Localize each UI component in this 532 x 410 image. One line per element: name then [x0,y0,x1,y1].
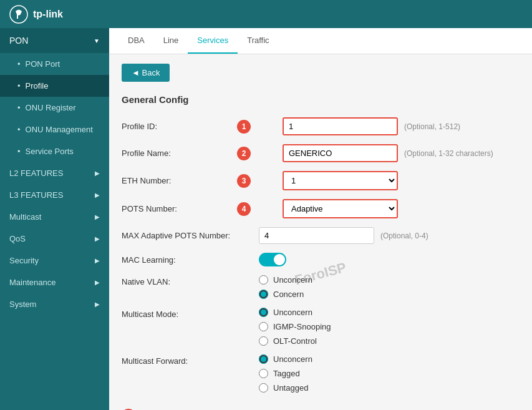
sidebar: PON ▼ PON Port Profile ONU Register ONU … [0,28,109,410]
sidebar-pon-label: PON [9,36,28,46]
sidebar-item-service-ports[interactable]: Service Ports [0,140,109,162]
badge-1: 1 [237,120,251,134]
l2-chevron-icon: ▶ [95,170,100,177]
form-container: ForoISP Profile ID: 1 (Optional, 1-512) … [122,117,520,410]
section-title: General Config [122,94,520,105]
native-vlan-options: Unconcern Concern [259,275,312,299]
eth-number-wrapper: 3 1 2 4 8 [259,171,398,190]
logo-text: tp-link [33,9,63,20]
sidebar-item-maintenance[interactable]: Maintenance ▶ [0,271,109,293]
native-vlan-unconcern-label: Unconcern [273,275,312,285]
native-vlan-unconcern-radio[interactable] [259,275,268,285]
multicast-chevron-icon: ▶ [95,213,100,220]
multicast-forward-unconcern[interactable]: Unconcern [259,354,312,364]
profile-name-row: Profile Name: 2 (Optional, 1-32 characte… [122,144,520,162]
max-pots-row: MAX Adaptive POTS Number: (Optional, 0-4… [122,227,520,244]
sidebar-item-l2-features[interactable]: L2 FEATURES ▶ [0,162,109,184]
multicast-forward-row: Multicast Forward: Unconcern Tagged U [122,354,520,393]
native-vlan-unconcern[interactable]: Unconcern [259,275,312,285]
profile-id-hint: (Optional, 1-512) [404,122,460,131]
max-pots-label: MAX Adaptive POTS Number: [122,231,259,240]
pon-chevron-icon: ▼ [94,37,100,44]
sidebar-item-profile[interactable]: Profile [0,75,109,97]
tab-line[interactable]: Line [154,28,188,54]
profile-name-wrapper: 2 (Optional, 1-32 characters) [259,144,493,162]
main-content: DBA Line Services Traffic ◄ Back General… [109,28,532,410]
eth-number-select[interactable]: 1 2 4 8 [283,171,398,190]
layout: PON ▼ PON Port Profile ONU Register ONU … [0,28,532,410]
profile-name-input[interactable] [283,144,398,162]
native-vlan-concern[interactable]: Concern [259,290,312,299]
multicast-forward-tagged-radio[interactable] [259,369,268,378]
native-vlan-concern-label: Concern [273,290,304,299]
sidebar-item-qos[interactable]: QoS ▶ [0,228,109,250]
security-chevron-icon: ▶ [95,257,100,264]
multicast-mode-olt[interactable]: OLT-Control [259,336,331,346]
multicast-mode-igmp-radio[interactable] [259,322,268,331]
tab-dba[interactable]: DBA [118,28,154,54]
profile-id-row: Profile ID: 1 (Optional, 1-512) [122,117,520,135]
max-pots-hint: (Optional, 0-4) [380,232,428,240]
sidebar-item-pon-port[interactable]: PON Port [0,53,109,75]
multicast-mode-unconcern-label: Unconcern [273,308,312,317]
multicast-mode-igmp[interactable]: IGMP-Snooping [259,322,331,331]
qos-chevron-icon: ▶ [95,235,100,242]
mac-learning-row: MAC Learning: [122,253,520,266]
multicast-mode-olt-radio[interactable] [259,336,268,346]
tp-link-logo-icon [9,5,28,24]
sidebar-item-security[interactable]: Security ▶ [0,250,109,271]
multicast-forward-untagged[interactable]: Untagged [259,383,312,393]
sidebar-item-pon[interactable]: PON ▼ [0,28,109,53]
pots-number-row: POTS Number: 4 Adaptive 0 1 2 4 [122,199,520,218]
tab-services[interactable]: Services [188,28,238,54]
pots-number-wrapper: 4 Adaptive 0 1 2 4 [259,199,398,218]
tab-traffic[interactable]: Traffic [238,28,278,54]
sidebar-item-l3-features[interactable]: L3 FEATURES ▶ [0,184,109,206]
header: tp-link [0,0,532,28]
mac-learning-label: MAC Learning: [122,255,259,265]
native-vlan-concern-radio[interactable] [259,290,268,299]
native-vlan-label: Native VLAN: [122,275,259,299]
multicast-forward-untagged-label: Untagged [273,383,308,393]
multicast-mode-unconcern[interactable]: Unconcern [259,308,331,317]
multicast-mode-olt-label: OLT-Control [273,336,317,346]
badge-3: 3 [237,174,251,188]
sidebar-item-onu-management[interactable]: ONU Management [0,119,109,140]
system-chevron-icon: ▶ [95,301,100,308]
multicast-forward-unconcern-radio[interactable] [259,354,268,364]
multicast-mode-unconcern-radio[interactable] [259,308,268,317]
sidebar-item-multicast[interactable]: Multicast ▶ [0,206,109,228]
multicast-forward-unconcern-label: Unconcern [273,354,312,364]
apply-button-wrapper: 5 Apply [122,401,186,410]
logo: tp-link [9,5,63,24]
max-pots-wrapper: (Optional, 0-4) [259,227,428,244]
pots-number-select[interactable]: Adaptive 0 1 2 4 [283,199,398,218]
l3-chevron-icon: ▶ [95,192,100,198]
maintenance-chevron-icon: ▶ [95,279,100,286]
profile-id-input[interactable] [283,117,398,135]
eth-number-row: ETH Number: 3 1 2 4 8 [122,171,520,190]
content-area: ◄ Back General Config ForoISP Profile ID… [109,54,532,410]
profile-name-hint: (Optional, 1-32 characters) [404,149,493,158]
back-button[interactable]: ◄ Back [122,64,170,82]
mac-learning-toggle-wrapper [259,253,286,266]
native-vlan-row: Native VLAN: Unconcern Concern [122,275,520,299]
max-pots-input[interactable] [259,227,374,244]
badge-2: 2 [237,147,251,160]
multicast-mode-igmp-label: IGMP-Snooping [273,322,331,331]
multicast-forward-tagged-label: Tagged [273,369,300,378]
multicast-forward-untagged-radio[interactable] [259,383,268,393]
multicast-mode-row: Multicast Mode: Unconcern IGMP-Snooping [122,308,520,346]
multicast-mode-options: Unconcern IGMP-Snooping OLT-Control [259,308,331,346]
sidebar-item-system[interactable]: System ▶ [0,293,109,315]
mac-learning-toggle[interactable] [259,253,286,266]
multicast-forward-tagged[interactable]: Tagged [259,369,312,378]
tab-bar: DBA Line Services Traffic [109,28,532,54]
toggle-slider-icon [259,253,286,266]
sidebar-item-onu-register[interactable]: ONU Register [0,97,109,119]
badge-4: 4 [237,202,251,216]
multicast-forward-options: Unconcern Tagged Untagged [259,354,312,393]
profile-id-wrapper: 1 (Optional, 1-512) [259,117,460,135]
multicast-mode-label: Multicast Mode: [122,308,259,346]
multicast-forward-label: Multicast Forward: [122,354,259,393]
